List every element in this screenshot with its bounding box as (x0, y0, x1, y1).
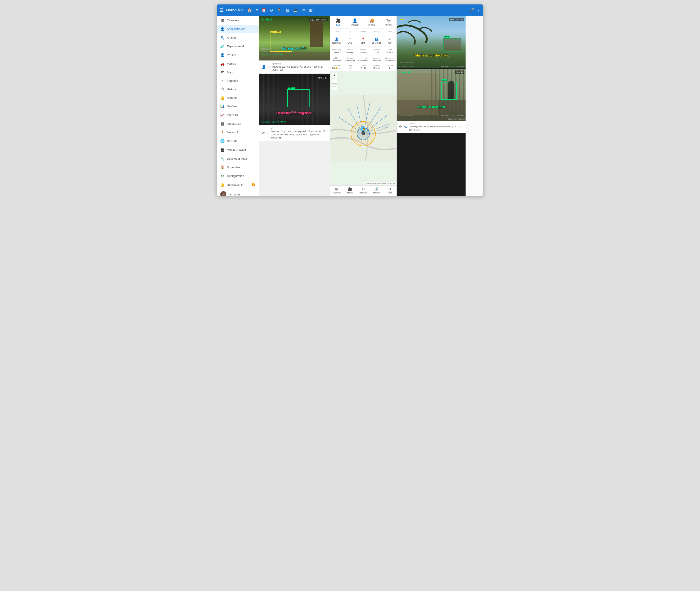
bottom-tab-media[interactable]: 🎥 Media (343, 186, 357, 196)
app-title: Motion Ã© (226, 8, 243, 12)
sidebar-item-logbook[interactable]: ≡ Logbook (217, 76, 259, 85)
jupyter-icon: 📓 (220, 122, 225, 126)
status-grid: Messaging Active Internet Slowing Intran… (330, 47, 396, 56)
sidebar-item-overview[interactable]: ⊞ Overview (217, 16, 259, 25)
sidebar-item-grafana[interactable]: 📊 Grafana (217, 102, 259, 111)
status-intranet: Intranet Normal (357, 48, 370, 54)
header-alert: Alert (383, 30, 396, 34)
sidebar-label-almond: Almond (227, 96, 237, 100)
bt-integrate-icon: 🔗 (374, 187, 379, 191)
list-icon[interactable]: ≡ (255, 8, 258, 13)
sidebar-item-motion-ai[interactable]: 🏃 Motion-AI (217, 128, 259, 137)
laptop-icon[interactable]: 💻 (293, 8, 298, 13)
history-icon: ⏱ (220, 87, 225, 91)
menu-icon[interactable]: ☰ (219, 8, 223, 13)
sidebar: ⊞ Overview 👤 Administrators 🐾 Animal 🧪 E… (217, 16, 259, 196)
online-row: On-Line 1/1🔔; 1... Notify all Count 28 🖥… (330, 63, 396, 71)
right-cam1-sigma: Σ: 98; 919s Δ:223s p (398, 62, 414, 64)
bottom-tab-overview[interactable]: ⊞ Overview (330, 186, 343, 196)
bt-media-label: Media (347, 192, 353, 194)
truck-shape (443, 38, 461, 52)
val-alert: ✓ Off (383, 37, 396, 45)
sidebar-label-overview: Overview (227, 19, 239, 22)
zoom-in-button[interactable]: + (332, 73, 337, 78)
sidebar-label-supervisor: Supervisor (227, 166, 241, 169)
sidebar-item-jupyterlab[interactable]: 📓 JupyterLab (217, 119, 259, 128)
sidebar-label-grafana: Grafana (227, 105, 237, 108)
sidebar-label-notifications: Notifications (227, 183, 243, 186)
sidebar-item-administrators[interactable]: 👤 Administrators (217, 25, 259, 34)
user-name: dcmartin (229, 193, 240, 196)
settings-icon[interactable]: ⚙ (270, 8, 273, 13)
entity2-eye-icon: 👁 (261, 131, 265, 135)
sidebar-item-supervisor[interactable]: 🏠 Supervisor (217, 163, 259, 172)
eye-icon[interactable]: 👁 (301, 8, 305, 13)
notify-all: Notify all (343, 64, 357, 70)
door-decoration (310, 20, 323, 47)
grid-icon[interactable]: ▦ (309, 8, 313, 13)
bt-template-icon: ✂ (362, 187, 365, 191)
bottom-tab-integrate[interactable]: 🔗 Integrate (370, 186, 383, 196)
vehicle-icon: 🚗 (220, 62, 225, 66)
cam2-sub-label: (Dog) (292, 111, 297, 113)
sidebar-item-person[interactable]: 👤 Person (217, 51, 259, 59)
det-box-dog: dog 60% (287, 89, 310, 107)
sidebar-item-experimental[interactable]: 🧪 Experimental (217, 42, 259, 51)
sidebar-item-notifications[interactable]: 🔔 Notifications 5 (217, 180, 259, 189)
right-entity-text: (animal) p40/dogshed/225 at 10:50:45 AM … (409, 122, 463, 131)
bottom-tab-core[interactable]: ⚙ Core (383, 186, 396, 196)
right-cam1-date: 2021-04-07 10:35:51 (398, 65, 414, 67)
sidebar-item-configuration[interactable]: ⚙ Configuration (217, 172, 259, 180)
sidebar-item-vehicle[interactable]: 🚗 Vehicle (217, 59, 259, 68)
person-tab-icon: 👤 (353, 18, 357, 23)
mic-icon[interactable]: 🎤 (469, 8, 474, 13)
sidebar-label-jupyterlab: JupyterLab (227, 122, 241, 125)
tab-vehicle[interactable]: 🚚 Vehicle (363, 17, 380, 28)
sidebar-item-map[interactable]: 🗺 Map (217, 68, 259, 76)
vehicle-tab-icon: 🚚 (369, 18, 374, 23)
right-panel: vehicle Low Ago: 16m, 10s Vehicle at dog… (397, 16, 466, 196)
status-messaging: Messaging Active (330, 48, 343, 54)
svg-point-9 (351, 122, 376, 146)
sidebar-label-motion-ai: Motion-AI (227, 131, 239, 134)
val-ago: ⏱ 26s (343, 37, 357, 45)
val-wakeup: 👥 05:39:41 (370, 37, 383, 45)
home-icon[interactable]: 🏠 (247, 8, 252, 13)
connected-entity-ai: Entity AI Connected (357, 57, 370, 62)
connected-face-ai: Face AI Connected (370, 57, 383, 62)
right-cam-1: vehicle Low Ago: 16m, 10s Vehicle at dog… (397, 16, 466, 68)
bottom-tabs: ⊞ Overview 🎥 Media ✂ Template 🔗 Integrat… (330, 185, 396, 196)
sidebar-item-almond[interactable]: 🔔 Almond (217, 93, 259, 102)
sidebar-item-user[interactable]: dc dcmartin (217, 189, 259, 196)
map-roads-svg: Cinnabar Hills Rd (330, 71, 396, 185)
monitor-icon[interactable]: 🖥 (285, 8, 289, 13)
svg-text:Cinnabar Hills Rd: Cinnabar Hills Rd (374, 126, 389, 133)
count-value: Count 28 🖥 (357, 64, 370, 70)
right-icons: 🎤 ⋮ (469, 8, 481, 13)
where-pin-icon: 📍 (361, 37, 365, 41)
sidebar-item-developer-tools[interactable]: 🔧 Developer Tools (217, 154, 259, 163)
alarm-icon[interactable]: ⏰ (261, 8, 266, 13)
connected-grid: Add-On Connected Cameras Connected Entit… (330, 56, 396, 63)
tab-animal[interactable]: 🐄 Animal (380, 17, 396, 28)
right-cam2-date: 2021-06-07 10:50:28 (448, 118, 465, 120)
right-cam1-ago: Ago: 16m, 10s (449, 18, 464, 21)
almond-icon: 🔔 (220, 95, 225, 100)
sidebar-item-media-browser[interactable]: 🎬 Media Browser (217, 145, 259, 154)
more-icon[interactable]: ⋮ (477, 8, 481, 13)
motion-icon[interactable]: 🏃 (277, 8, 282, 13)
svg-rect-0 (330, 95, 396, 161)
sidebar-item-netdata[interactable]: 🌐 NetData (217, 137, 259, 145)
expand-map-button[interactable]: ⛶ (332, 85, 337, 90)
sidebar-item-history[interactable]: ⏱ History (217, 85, 259, 93)
sidebar-label-experimental: Experimental (227, 45, 244, 48)
tab-live[interactable]: 🎥 Live (330, 17, 347, 28)
zoom-out-button[interactable]: − (332, 78, 337, 84)
status-cpu: CPU 39.74 % (383, 48, 396, 54)
overview-icon: ⊞ (220, 18, 225, 22)
tab-person[interactable]: 👤 Person (347, 17, 363, 28)
sidebar-item-animal[interactable]: 🐾 Animal (217, 34, 259, 42)
cam2-time-ago: Ago: 16s (317, 76, 328, 79)
bottom-tab-template[interactable]: ✂ Template (357, 186, 370, 196)
sidebar-item-influxdb[interactable]: 📈 InfluxDB (217, 111, 259, 119)
